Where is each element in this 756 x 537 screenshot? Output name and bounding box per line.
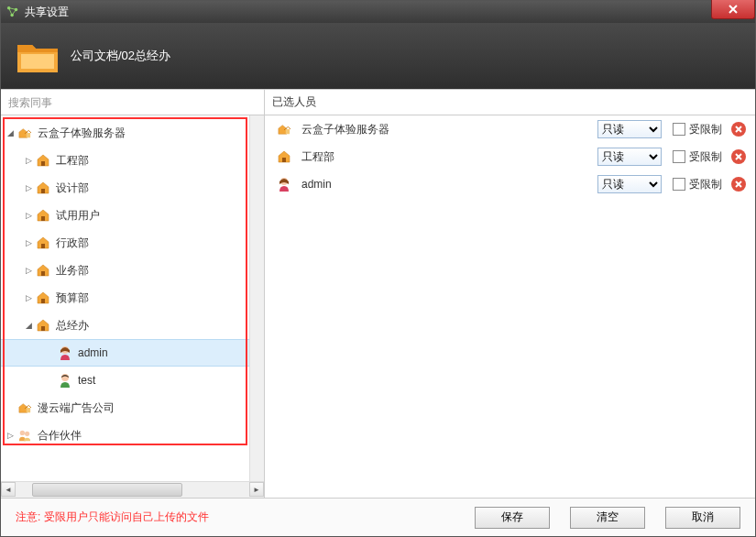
tree-item[interactable]: ▷设计部	[1, 174, 264, 202]
partner-icon	[16, 428, 34, 443]
svg-rect-8	[41, 244, 45, 248]
expand-toggle[interactable]: ▷	[23, 183, 34, 192]
remove-button[interactable]	[731, 122, 746, 137]
remove-icon	[734, 180, 743, 189]
scrollbar-horizontal[interactable]: ◄ ►	[1, 481, 264, 498]
scroll-right-arrow[interactable]: ►	[249, 482, 264, 497]
left-panel: ◢云盒子体验服务器▷工程部▷设计部▷试用用户▷行政部▷业务部▷预算部◢总经办ad…	[1, 90, 265, 498]
tree-item-label: 工程部	[56, 153, 89, 169]
scroll-left-arrow[interactable]: ◄	[1, 482, 16, 497]
svg-point-15	[20, 431, 25, 435]
svg-rect-10	[41, 299, 45, 303]
restrict-label: 受限制	[689, 177, 722, 192]
svg-point-16	[25, 432, 29, 436]
org-icon	[16, 401, 34, 414]
home-icon	[34, 236, 52, 249]
tree-item-label: 云盒子体验服务器	[38, 126, 126, 141]
expand-toggle[interactable]: ▷	[23, 266, 34, 275]
tree-item-label: 预算部	[56, 290, 89, 306]
tree-item-label: 合作伙伴	[38, 428, 82, 444]
permission-select[interactable]: 只读	[597, 175, 662, 193]
home-icon	[274, 150, 294, 163]
tree-item[interactable]: admin	[1, 339, 264, 367]
selected-list: 云盒子体验服务器只读受限制工程部只读受限制admin只读受限制	[265, 115, 755, 498]
tree-item[interactable]: ▷业务部	[1, 257, 264, 284]
expand-toggle[interactable]: ▷	[23, 238, 34, 247]
tree-item-label: 试用用户	[56, 208, 100, 224]
restrict-label: 受限制	[689, 149, 722, 165]
permission-select[interactable]: 只读	[597, 120, 662, 138]
restrict-label: 受限制	[689, 122, 722, 137]
clear-button[interactable]: 清空	[570, 507, 645, 529]
tree-item-label: 行政部	[56, 236, 89, 251]
remove-button[interactable]	[731, 149, 746, 164]
expand-toggle[interactable]: ◢	[23, 321, 34, 330]
expand-toggle[interactable]: ▷	[5, 431, 16, 440]
selected-row: admin只读受限制	[265, 170, 755, 198]
note-text: 注意: 受限用户只能访问自己上传的文件	[16, 510, 455, 525]
tree-item-label: 漫云端广告公司	[38, 400, 115, 416]
selected-row-label: 云盒子体验服务器	[301, 122, 597, 137]
home-icon	[34, 319, 52, 332]
search-input[interactable]	[8, 96, 257, 109]
app-icon	[6, 5, 19, 18]
expand-toggle[interactable]: ▷	[23, 293, 34, 302]
share-settings-window: 共享设置 公司文档/02总经办 ◢云盒子体验服务器▷工程部▷设计部▷试用用户▷行…	[0, 0, 756, 537]
right-panel: 已选人员 云盒子体验服务器只读受限制工程部只读受限制admin只读受限制	[265, 90, 755, 498]
permission-select[interactable]: 只读	[597, 148, 662, 166]
scroll-thumb[interactable]	[32, 483, 182, 497]
selected-row: 云盒子体验服务器只读受限制	[265, 115, 755, 143]
tree-item[interactable]: test	[1, 367, 264, 394]
selected-row-label: admin	[301, 178, 597, 191]
cancel-button[interactable]: 取消	[665, 507, 740, 529]
tree-item-label: test	[78, 374, 95, 387]
restrict-checkbox[interactable]	[673, 178, 685, 191]
svg-rect-9	[41, 271, 45, 276]
user-f-icon	[56, 345, 74, 360]
home-icon	[34, 181, 52, 194]
org-tree[interactable]: ◢云盒子体验服务器▷工程部▷设计部▷试用用户▷行政部▷业务部▷预算部◢总经办ad…	[1, 115, 264, 481]
close-button[interactable]	[711, 0, 755, 19]
tree-item-label: 总经办	[56, 318, 89, 334]
tree-item[interactable]: ◢云盒子体验服务器	[1, 119, 264, 147]
home-icon	[34, 291, 52, 304]
selected-row: 工程部只读受限制	[265, 143, 755, 170]
folder-icon	[16, 38, 60, 74]
org-icon	[16, 126, 34, 139]
search-header	[1, 90, 264, 115]
restrict-checkbox[interactable]	[673, 123, 685, 136]
tree-item[interactable]: ▷工程部	[1, 147, 264, 174]
tree-item[interactable]: ▷行政部	[1, 229, 264, 257]
scrollbar-vertical[interactable]	[249, 115, 264, 481]
tree-item[interactable]: ▷预算部	[1, 284, 264, 312]
expand-toggle[interactable]: ◢	[5, 128, 16, 137]
remove-icon	[734, 125, 743, 134]
selected-header: 已选人员	[265, 90, 755, 115]
window-title: 共享设置	[25, 5, 69, 20]
remove-icon	[734, 152, 743, 161]
user-f-icon	[274, 177, 294, 192]
home-icon	[34, 264, 52, 277]
expand-toggle[interactable]: ▷	[23, 211, 34, 220]
svg-rect-7	[41, 216, 45, 221]
tree-item[interactable]: ▷试用用户	[1, 202, 264, 229]
svg-rect-3	[21, 54, 54, 69]
breadcrumb: 公司文档/02总经办	[71, 48, 170, 64]
save-button[interactable]: 保存	[475, 507, 550, 529]
header-band: 公司文档/02总经办	[1, 23, 755, 89]
svg-rect-5	[41, 161, 45, 166]
org-icon	[274, 123, 294, 136]
svg-rect-17	[286, 129, 290, 134]
svg-rect-14	[27, 408, 30, 412]
remove-button[interactable]	[731, 177, 746, 192]
footer: 注意: 受限用户只能访问自己上传的文件 保存 清空 取消	[1, 498, 755, 536]
tree-item-label: admin	[78, 346, 108, 359]
user-m-icon	[56, 373, 74, 388]
tree-item[interactable]: ◢总经办	[1, 312, 264, 339]
tree-item[interactable]: ▷合作伙伴	[1, 422, 264, 449]
svg-rect-11	[41, 326, 45, 331]
restrict-checkbox[interactable]	[673, 150, 685, 163]
close-icon	[727, 3, 740, 16]
tree-item[interactable]: 漫云端广告公司	[1, 394, 264, 422]
expand-toggle[interactable]: ▷	[23, 156, 34, 165]
